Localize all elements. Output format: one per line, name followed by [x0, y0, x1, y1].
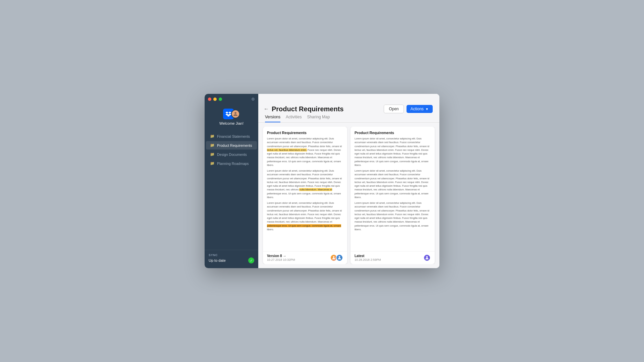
traffic-light-green[interactable]: [219, 98, 222, 101]
latest-card-title: Product Requirements: [355, 131, 431, 135]
latest-paragraph-1: Lorem ipsum dolor sit amet, consectetur …: [355, 137, 431, 167]
back-button[interactable]: ←: [264, 106, 269, 112]
tab-sharing[interactable]: Sharing Map: [307, 115, 330, 122]
sidebar-titlebar: ⚙: [205, 94, 258, 105]
sync-label: SYNC: [209, 253, 254, 257]
version-paragraph-3: Lorem ipsum dolor sit amet, consectetur …: [267, 201, 343, 231]
version-card-title: Product Requirements: [267, 131, 343, 135]
sidebar-item-financial-label: Financial Statements: [217, 134, 250, 138]
version-date: 10.27.2018 10:32PM: [267, 258, 295, 261]
sidebar-profile: Welcome Jian!: [205, 105, 258, 131]
highlight-1: lectus vel, faucibus bibendum enim.: [267, 148, 307, 152]
highlight-2: nulla bibendum. Maecenas et: [299, 188, 332, 191]
bottom-spacer: [258, 264, 439, 268]
svg-point-2: [339, 256, 340, 258]
sidebar-item-product-label: Product Requirements: [217, 143, 252, 147]
latest-paragraph-3: Lorem ipsum dolor sit amet, consectetur …: [355, 201, 431, 231]
latest-avatar-group: [423, 254, 431, 261]
sync-check-icon: ✓: [248, 257, 254, 263]
sidebar-nav: 📁 Financial Statements 📁 Product Require…: [205, 131, 258, 250]
sidebar-item-product[interactable]: 📁 Product Requirements: [206, 141, 257, 149]
settings-icon[interactable]: ⚙: [251, 97, 255, 102]
title-row: ← Product Requirements: [264, 105, 343, 113]
tab-versions[interactable]: Versions: [265, 115, 280, 122]
version-card-footer: Version 8 → 10.27.2018 10:32PM: [263, 251, 347, 264]
latest-card-body: Product Requirements Lorem ipsum dolor s…: [351, 127, 435, 251]
version-avatar-group: [330, 254, 343, 261]
actions-button[interactable]: Actions ▼: [407, 105, 433, 113]
folder-icon: 📁: [210, 143, 215, 147]
tabs-bar: Versions Activities Sharing Map: [258, 115, 439, 123]
traffic-light-red[interactable]: [208, 98, 211, 101]
folder-icon: 📁: [210, 161, 215, 166]
latest-label: Latest: [355, 254, 381, 258]
latest-date: 10.28.2018 2:59PM: [355, 258, 381, 261]
sidebar-item-design-label: Design Documents: [217, 153, 247, 157]
version-label: Version 8 →: [267, 254, 295, 258]
actions-label: Actions: [411, 107, 424, 111]
profile-icons: [223, 109, 240, 119]
latest-card: Product Requirements Lorem ipsum dolor s…: [351, 127, 435, 264]
sidebar-bottom: SYNC Up to date ✓: [205, 250, 258, 268]
versions-area: Product Requirements Lorem ipsum dolor s…: [258, 127, 439, 264]
avatar-user-3: [423, 254, 431, 261]
svg-point-0: [234, 112, 236, 114]
latest-paragraph-2: Lorem ipsum dolor sit amet, consectetur …: [355, 169, 431, 199]
version-paragraph-1: Lorem ipsum dolor sit amet, consectetur …: [267, 137, 343, 167]
sync-status: Up to date: [209, 258, 226, 262]
welcome-text: Welcome Jian!: [219, 121, 244, 125]
sidebar-item-financial[interactable]: 📁 Financial Statements: [206, 132, 257, 140]
latest-card-footer: Latest 10.28.2018 2:59PM: [351, 251, 435, 264]
svg-point-1: [333, 256, 335, 258]
version-paragraph-2: Lorem ipsum dolor sit amet, consectetur …: [267, 169, 343, 199]
avatar-user-2: [336, 254, 343, 261]
chevron-down-icon: ▼: [425, 107, 429, 111]
svg-point-3: [426, 256, 428, 258]
highlight-3: pellentesque eros. Ut quis sem congue, c…: [267, 224, 341, 227]
version-card-body: Product Requirements Lorem ipsum dolor s…: [263, 127, 347, 251]
folder-icon: 📁: [210, 152, 215, 157]
main-header: ← Product Requirements Open Actions ▼: [258, 105, 439, 113]
version-info: Version 8 → 10.27.2018 10:32PM: [267, 254, 295, 261]
app-window: ⚙: [205, 94, 439, 268]
sync-row: Up to date ✓: [209, 257, 254, 263]
sidebar: ⚙: [205, 94, 258, 268]
user-avatar: [231, 110, 240, 118]
page-title: Product Requirements: [272, 105, 343, 113]
header-actions: Open Actions ▼: [384, 105, 433, 113]
main-content: ← Product Requirements Open Actions ▼ Ve…: [258, 94, 439, 268]
main-titlebar: [258, 94, 439, 105]
sidebar-item-design[interactable]: 📁 Design Documents: [206, 150, 257, 159]
tab-activities[interactable]: Activities: [286, 115, 302, 122]
folder-icon: 📁: [210, 134, 215, 138]
latest-version-info: Latest 10.28.2018 2:59PM: [355, 254, 381, 261]
version-card: Product Requirements Lorem ipsum dolor s…: [263, 127, 347, 264]
traffic-light-yellow[interactable]: [213, 98, 217, 101]
open-button[interactable]: Open: [384, 105, 404, 113]
sidebar-item-planning-label: Planning Roadmaps: [217, 162, 249, 166]
sidebar-item-planning[interactable]: 📁 Planning Roadmaps: [206, 159, 257, 168]
